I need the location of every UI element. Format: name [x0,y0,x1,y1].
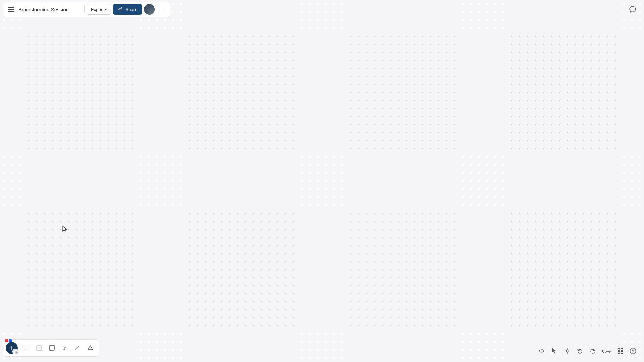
sticky-note-tool-button[interactable] [46,342,58,354]
svg-text:T: T [63,346,66,351]
rectangle-tool-button[interactable] [20,342,33,354]
more-icon: ⋮ [159,6,165,13]
chat-button[interactable] [627,3,639,15]
sticker-decoration [5,339,12,342]
pointer-icon [551,348,557,354]
hamburger-icon [8,7,14,12]
svg-line-4 [120,10,121,10]
rectangle-icon [23,345,30,351]
sticky-note-icon [49,345,55,351]
svg-marker-12 [88,346,93,350]
grid-icon [617,348,623,354]
card-tool-button[interactable] [33,342,45,354]
svg-text:?: ? [632,349,634,353]
svg-line-11 [75,346,79,350]
grid-button[interactable] [614,345,626,357]
document-title-input[interactable] [18,7,82,12]
crosshair-icon [564,348,570,354]
canvas[interactable] [0,0,644,362]
export-button[interactable]: Export ▾ [87,4,111,15]
add-button[interactable]: + ⚙ [6,342,18,354]
bottom-right-controls: 66% ? [536,345,639,357]
bottom-toolbar: + ⚙ T [3,339,99,357]
zoom-level: 66% [600,349,613,354]
plus-icon: + [10,345,14,351]
redo-icon [590,348,596,354]
svg-rect-7 [24,346,29,350]
export-label: Export [91,7,104,12]
card-icon [36,345,42,351]
pen-tool-button[interactable] [84,342,96,354]
more-options-button[interactable]: ⋮ [157,4,167,15]
text-tool-button[interactable]: T [59,342,71,354]
redo-button[interactable] [587,345,598,357]
menu-button[interactable] [6,4,16,15]
avatar[interactable] [144,4,155,15]
share-button[interactable]: Share [113,4,142,15]
svg-rect-8 [37,346,42,350]
help-button[interactable]: ? [627,345,639,357]
svg-line-3 [120,8,121,9]
svg-point-1 [121,8,122,9]
share-label: Share [126,7,138,12]
svg-point-13 [566,350,568,352]
svg-rect-20 [618,352,620,354]
line-tool-button[interactable] [71,342,84,354]
undo-icon [577,348,583,354]
svg-point-2 [121,10,122,11]
help-icon: ? [630,348,636,354]
header-left-panel: Export ▾ Share ⋮ [3,2,170,17]
undo-button[interactable] [574,345,586,357]
fit-screen-button[interactable] [561,345,573,357]
add-button-wrapper: + ⚙ [6,342,19,354]
arrow-icon [74,345,80,351]
svg-rect-18 [618,349,620,351]
cloud-icon [538,348,545,354]
avatar-image [144,4,155,15]
chevron-down-icon: ▾ [105,8,107,11]
divider [84,5,85,13]
pen-icon [87,345,93,351]
text-icon: T [62,345,68,351]
share-icon [118,7,123,12]
header: Export ▾ Share ⋮ [0,0,644,19]
cloud-button[interactable] [536,345,547,357]
chat-icon [629,6,636,13]
select-tool-button[interactable] [549,345,560,357]
add-button-badge: ⚙ [14,350,19,355]
svg-rect-19 [621,349,623,351]
svg-rect-21 [621,352,623,354]
